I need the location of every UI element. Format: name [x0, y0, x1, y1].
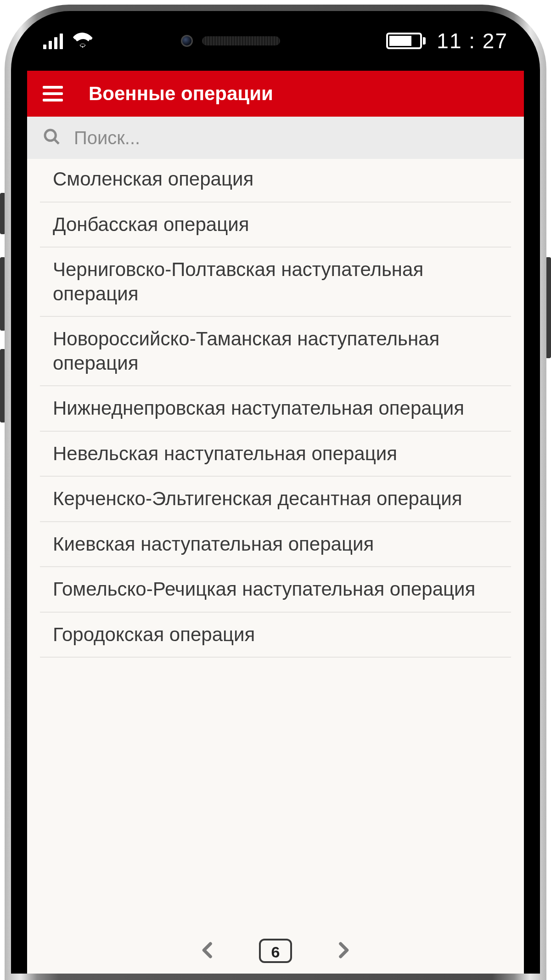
phone-frame: 11 : 27 Военные операции Смоленская опер…	[5, 5, 546, 980]
list-item[interactable]: Новороссийско-Таманская наступательная о…	[40, 317, 511, 386]
list-item[interactable]: Гомельско-Речицкая наступательная операц…	[40, 567, 511, 613]
signal-icon	[43, 33, 63, 49]
list-item[interactable]: Керченско-Эльтигенская десантная операци…	[40, 477, 511, 522]
search-input[interactable]	[74, 128, 508, 148]
list-item[interactable]: Нижнеднепровская наступательная операция	[40, 386, 511, 432]
page-title: Военные операции	[89, 83, 273, 105]
pager-current-page[interactable]: 6	[259, 939, 292, 963]
list-item[interactable]: Черниговско-Полтавская наступательная оп…	[40, 248, 511, 317]
pager-next-button[interactable]	[333, 939, 353, 963]
list-item[interactable]: Невельская наступательная операция	[40, 432, 511, 477]
svg-point-0	[45, 130, 56, 141]
svg-line-1	[54, 139, 59, 144]
pager: 6	[27, 937, 524, 974]
list-item[interactable]: Донбасская операция	[40, 203, 511, 248]
battery-icon	[386, 33, 426, 49]
wifi-icon	[72, 32, 93, 50]
app-header: Военные операции	[27, 71, 524, 117]
search-bar	[27, 117, 524, 159]
status-time: 11 : 27	[437, 28, 508, 53]
speaker-grille	[202, 36, 280, 45]
app-screen: Военные операции Смоленская операция Дон…	[27, 71, 524, 974]
menu-icon[interactable]	[43, 86, 63, 101]
list-item[interactable]: Киевская наступательная операция	[40, 522, 511, 568]
status-bar: 11 : 27	[11, 11, 540, 71]
search-icon	[43, 128, 61, 148]
front-camera	[181, 35, 193, 47]
pager-prev-button[interactable]	[198, 939, 218, 963]
phone-body: 11 : 27 Военные операции Смоленская опер…	[11, 11, 540, 974]
list-item[interactable]: Смоленская операция	[40, 159, 511, 203]
list-item[interactable]: Городокская операция	[40, 613, 511, 658]
operations-list[interactable]: Смоленская операция Донбасская операция …	[27, 159, 524, 937]
